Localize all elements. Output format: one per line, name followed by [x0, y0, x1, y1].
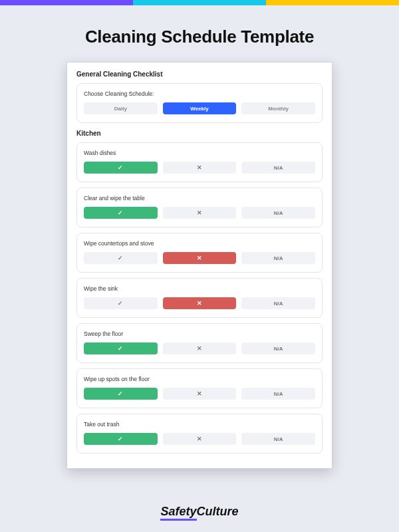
task-options-row: ✓✕N/A	[84, 252, 315, 264]
schedule-option-monthly[interactable]: Monthly	[241, 102, 315, 114]
task-item: Wipe up spots on the floor✓✕N/A	[76, 368, 323, 408]
topbar-segment-cyan	[133, 0, 266, 5]
task-option-na[interactable]: N/A	[241, 162, 315, 174]
task-options-row: ✓✕N/A	[84, 207, 315, 219]
task-item: Take out trash✓✕N/A	[76, 414, 323, 454]
task-option-na[interactable]: N/A	[241, 297, 315, 309]
task-options-row: ✓✕N/A	[84, 162, 315, 174]
task-item: Wipe the sink✓✕N/A	[76, 278, 323, 318]
task-item: Wash dishes✓✕N/A	[76, 142, 323, 182]
task-title: Wash dishes	[84, 150, 315, 156]
task-list: Wash dishes✓✕N/AClear and wipe the table…	[76, 142, 323, 454]
task-option-check[interactable]: ✓	[84, 162, 158, 174]
task-option-na[interactable]: N/A	[241, 388, 315, 400]
task-item: Clear and wipe the table✓✕N/A	[76, 188, 323, 227]
footer-brand-b: Culture	[197, 505, 239, 518]
task-option-check[interactable]: ✓	[84, 207, 158, 219]
task-title: Wipe up spots on the floor	[84, 376, 315, 382]
task-option-na[interactable]: N/A	[241, 342, 315, 354]
task-option-cross[interactable]: ✕	[163, 162, 237, 174]
task-option-cross[interactable]: ✕	[163, 207, 237, 219]
schedule-selector: Choose Cleaning Schedule: Daily Weekly M…	[76, 83, 323, 123]
task-option-check[interactable]: ✓	[84, 388, 158, 400]
task-title: Sweep the floor	[84, 331, 315, 337]
task-option-cross[interactable]: ✕	[163, 252, 237, 264]
schedule-label: Choose Cleaning Schedule:	[84, 90, 315, 97]
task-option-na[interactable]: N/A	[241, 207, 315, 219]
task-option-check[interactable]: ✓	[84, 433, 158, 445]
task-option-cross[interactable]: ✕	[163, 297, 237, 309]
task-title: Wipe countertops and stove	[84, 240, 315, 247]
checklist-card: General Cleaning Checklist Choose Cleani…	[66, 62, 332, 469]
task-item: Sweep the floor✓✕N/A	[76, 323, 323, 363]
task-option-check[interactable]: ✓	[84, 342, 158, 354]
task-option-na[interactable]: N/A	[241, 252, 315, 264]
task-options-row: ✓✕N/A	[84, 388, 315, 400]
task-option-na[interactable]: N/A	[241, 433, 315, 445]
task-options-row: ✓✕N/A	[84, 297, 315, 309]
task-options-row: ✓✕N/A	[84, 342, 315, 354]
topbar-segment-yellow	[266, 0, 399, 5]
task-item: Wipe countertops and stove✓✕N/A	[76, 233, 323, 273]
page-title: Cleaning Schedule Template	[0, 27, 399, 47]
section-kitchen-label: Kitchen	[76, 130, 323, 137]
schedule-options-row: Daily Weekly Monthly	[84, 102, 315, 114]
footer-brand-a: Safety	[160, 505, 196, 521]
task-options-row: ✓✕N/A	[84, 433, 315, 445]
task-title: Clear and wipe the table	[84, 195, 315, 201]
card-heading: General Cleaning Checklist	[76, 70, 323, 78]
task-title: Wipe the sink	[84, 285, 315, 292]
schedule-option-weekly[interactable]: Weekly	[163, 102, 237, 114]
brand-topbar	[0, 0, 399, 5]
footer-brand: SafetyCulture	[0, 505, 399, 519]
topbar-segment-purple	[0, 0, 133, 5]
task-title: Take out trash	[84, 421, 315, 428]
task-option-check[interactable]: ✓	[84, 297, 158, 309]
task-option-check[interactable]: ✓	[84, 252, 158, 264]
task-option-cross[interactable]: ✕	[163, 342, 237, 354]
schedule-option-daily[interactable]: Daily	[84, 102, 158, 114]
task-option-cross[interactable]: ✕	[163, 433, 237, 445]
task-option-cross[interactable]: ✕	[163, 388, 237, 400]
